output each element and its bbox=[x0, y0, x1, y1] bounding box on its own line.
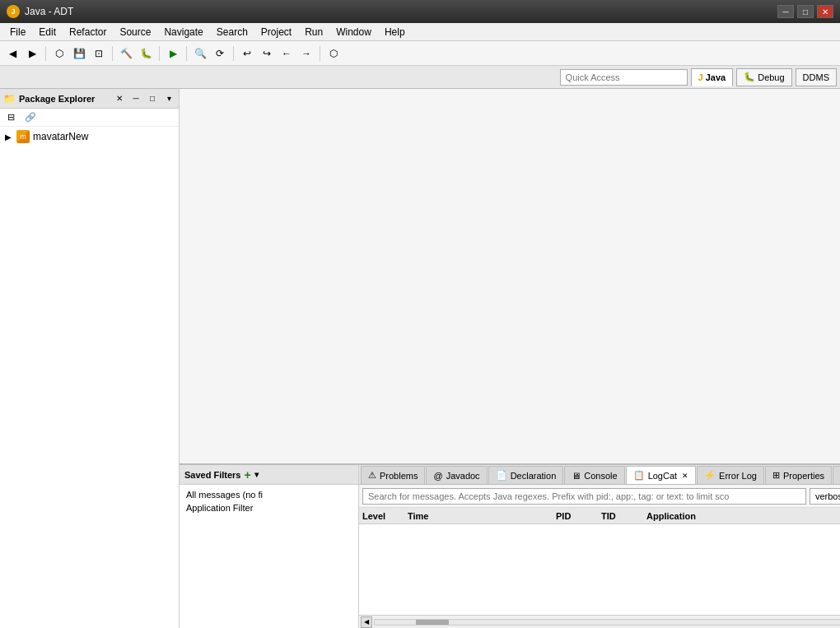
toolbar-separator-4 bbox=[186, 46, 187, 61]
col-app-header: Application bbox=[646, 511, 840, 521]
expand-icon: ▶ bbox=[5, 133, 13, 142]
quick-access-input[interactable] bbox=[560, 69, 688, 86]
search-button[interactable]: 🔍 bbox=[191, 44, 209, 63]
toolbar: ◀ ▶ ⬡ 💾 ⊡ 🔨 🐛 ▶ 🔍 ⟳ ↩ ↪ ← → ⬡ bbox=[0, 41, 840, 66]
close-button[interactable]: ✕ bbox=[817, 5, 833, 18]
verbose-select[interactable]: verbose debug info warn error bbox=[810, 488, 840, 505]
pkg-link-button[interactable]: 🔗 bbox=[21, 109, 40, 127]
menu-window[interactable]: Window bbox=[329, 25, 378, 40]
next-edit-button[interactable]: → bbox=[297, 44, 315, 63]
menu-run[interactable]: Run bbox=[298, 25, 329, 40]
ddms-label: DDMS bbox=[803, 72, 829, 82]
debug-btn[interactable]: 🐛 bbox=[137, 44, 155, 63]
declaration-tab-label: Declaration bbox=[511, 471, 557, 481]
pkg-menu-button[interactable]: ▾ bbox=[162, 92, 175, 105]
undo-button[interactable]: ↩ bbox=[238, 44, 256, 63]
console-tab-label: Console bbox=[584, 471, 617, 481]
menu-file[interactable]: File bbox=[3, 25, 32, 40]
logcat-scrollbar[interactable]: ◀ ▶ bbox=[359, 615, 840, 628]
col-pid-header: PID bbox=[556, 511, 601, 521]
perspective-ddms-button[interactable]: DDMS bbox=[796, 68, 837, 86]
menu-edit[interactable]: Edit bbox=[32, 25, 63, 40]
problems-tab-icon: ⚠ bbox=[368, 470, 376, 481]
project-item[interactable]: ▶ m mavatarNew bbox=[2, 128, 177, 145]
debug-label: Debug bbox=[758, 72, 784, 82]
filter-all-messages[interactable]: All messages (no fi bbox=[183, 488, 355, 501]
toolbar-separator-5 bbox=[233, 46, 234, 61]
maximize-button[interactable]: □ bbox=[797, 5, 814, 18]
save-button[interactable]: 💾 bbox=[70, 44, 88, 63]
scroll-left-button[interactable]: ◀ bbox=[361, 616, 372, 628]
pkg-content: ▶ m mavatarNew bbox=[0, 127, 179, 628]
editor-content[interactable] bbox=[180, 89, 840, 463]
redo-button[interactable]: ↪ bbox=[258, 44, 276, 63]
toolbar-separator-2 bbox=[112, 46, 113, 61]
problems-tab-label: Problems bbox=[380, 471, 418, 481]
toolbar-separator-6 bbox=[320, 46, 320, 61]
menu-refactor[interactable]: Refactor bbox=[63, 25, 113, 40]
tab-lintwarnings[interactable]: ☑ Lint Warnings bbox=[833, 466, 840, 484]
scroll-thumb[interactable] bbox=[416, 620, 449, 625]
menu-search[interactable]: Search bbox=[210, 25, 254, 40]
toolbar-separator-1 bbox=[45, 46, 46, 61]
logcat-tab-label: LogCat bbox=[648, 471, 677, 481]
logcat-table-header: Level Time PID TID Application Tag bbox=[359, 508, 840, 524]
logcat-content[interactable] bbox=[359, 524, 840, 615]
back-button[interactable]: ◀ bbox=[3, 44, 21, 63]
menu-help[interactable]: Help bbox=[378, 25, 412, 40]
tab-javadoc[interactable]: @ Javadoc bbox=[426, 466, 487, 484]
logcat-close-icon[interactable]: ✕ bbox=[682, 472, 688, 480]
saved-filters-title: Saved Filters bbox=[184, 470, 240, 480]
main-layout: 📁 Package Explorer ✕ ─ □ ▾ ⊟ 🔗 ▶ m mavat… bbox=[0, 89, 840, 628]
tab-bar: ⚠ Problems @ Javadoc 📄 Declaration 🖥 Con… bbox=[359, 465, 840, 485]
filter-menu-button[interactable]: ▾ bbox=[254, 470, 259, 479]
forward-button[interactable]: ▶ bbox=[23, 44, 41, 63]
pkg-maximize-button[interactable]: □ bbox=[146, 92, 159, 105]
perspective-java-button[interactable]: J Java bbox=[691, 68, 734, 86]
editor-area bbox=[180, 89, 840, 463]
logcat-toolbar: verbose debug info warn error 💾 🗑 ⊟ ⬇ bbox=[359, 485, 840, 508]
minimize-button[interactable]: ─ bbox=[777, 5, 794, 18]
scroll-track[interactable] bbox=[374, 619, 840, 626]
saved-filters-content: All messages (no fi Application Filter bbox=[180, 485, 358, 518]
tab-declaration[interactable]: 📄 Declaration bbox=[488, 466, 564, 484]
app-icon: J bbox=[7, 5, 20, 18]
package-explorer: 📁 Package Explorer ✕ ─ □ ▾ ⊟ 🔗 ▶ m mavat… bbox=[0, 89, 180, 628]
prev-edit-button[interactable]: ← bbox=[278, 44, 296, 63]
tab-problems[interactable]: ⚠ Problems bbox=[361, 466, 425, 484]
logcat-search-input[interactable] bbox=[362, 488, 806, 505]
run-button[interactable]: ▶ bbox=[164, 44, 182, 63]
save-all-button[interactable]: ⊡ bbox=[90, 44, 108, 63]
build-button[interactable]: 🔨 bbox=[117, 44, 135, 63]
project-name: mavatarNew bbox=[33, 131, 88, 142]
pkg-close-button[interactable]: ✕ bbox=[113, 92, 126, 105]
perspective-debug-button[interactable]: 🐛 Debug bbox=[736, 68, 791, 86]
saved-filters-header: Saved Filters + ▾ bbox=[180, 465, 358, 485]
col-time-header: Time bbox=[408, 511, 556, 521]
logcat-panel: verbose debug info warn error 💾 🗑 ⊟ ⬇ Le… bbox=[359, 485, 840, 628]
menu-project[interactable]: Project bbox=[254, 25, 298, 40]
javadoc-tab-label: Javadoc bbox=[446, 471, 480, 481]
tab-logcat[interactable]: 📋 LogCat ✕ bbox=[626, 466, 696, 484]
saved-filters-panel: Saved Filters + ▾ All messages (no fi Ap… bbox=[180, 465, 359, 628]
errorlog-tab-label: Error Log bbox=[719, 471, 757, 481]
new-button[interactable]: ⬡ bbox=[50, 44, 68, 63]
menu-source[interactable]: Source bbox=[113, 25, 157, 40]
pkg-minimize-button[interactable]: ─ bbox=[129, 92, 142, 105]
misc-button[interactable]: ⬡ bbox=[324, 44, 343, 63]
menu-navigate[interactable]: Navigate bbox=[157, 25, 209, 40]
bottom-layout: Saved Filters + ▾ All messages (no fi Ap… bbox=[180, 463, 840, 628]
tab-properties[interactable]: ⊞ Properties bbox=[765, 466, 832, 484]
javadoc-tab-icon: @ bbox=[433, 471, 442, 481]
perspective-bar: J Java 🐛 Debug DDMS bbox=[0, 66, 840, 89]
console-tab-icon: 🖥 bbox=[572, 471, 581, 481]
filter-application[interactable]: Application Filter bbox=[183, 501, 355, 514]
tab-errorlog[interactable]: ⚡ Error Log bbox=[697, 466, 764, 484]
col-level-header: Level bbox=[362, 511, 408, 521]
tab-console[interactable]: 🖥 Console bbox=[564, 466, 624, 484]
refresh-button[interactable]: ⟳ bbox=[211, 44, 229, 63]
package-explorer-title: Package Explorer bbox=[19, 94, 110, 104]
pkg-collapse-button[interactable]: ⊟ bbox=[2, 109, 20, 127]
add-filter-button[interactable]: + bbox=[244, 468, 250, 481]
project-icon: m bbox=[16, 130, 30, 143]
